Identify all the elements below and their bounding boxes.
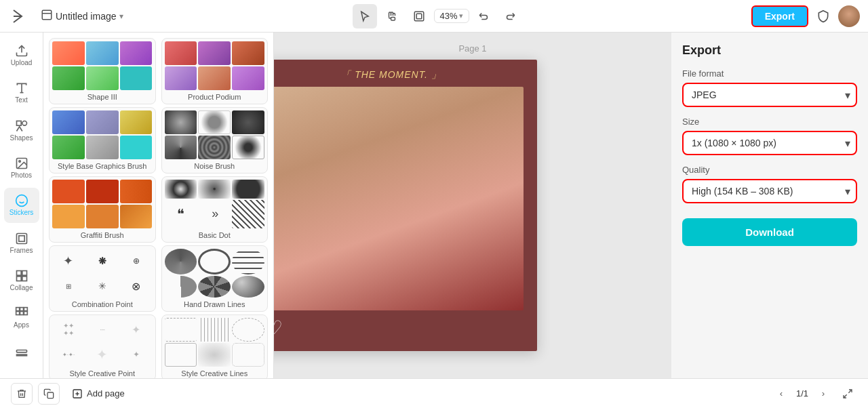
sticker-cell[interactable] (86, 205, 119, 228)
sticker-cell[interactable] (86, 41, 119, 65)
sticker-cell[interactable] (232, 180, 264, 199)
sidebar-item-apps[interactable]: Apps (4, 300, 39, 335)
sticker-cell[interactable] (165, 66, 197, 90)
app-logo[interactable] (8, 7, 27, 26)
export-quality-select[interactable]: High (154 KB – 308 KB) Medium Low (682, 179, 857, 203)
sticker-cell[interactable] (232, 200, 264, 229)
sticker-cell[interactable]: ⊗ (120, 275, 153, 298)
sticker-cell[interactable]: ⊕ (120, 249, 153, 274)
sticker-group-graffiti-brush[interactable]: Graffiti Brush (49, 176, 156, 243)
sticker-cell[interactable]: ✦ (120, 318, 153, 341)
sticker-cell[interactable] (52, 136, 85, 159)
sticker-cell[interactable] (198, 136, 231, 159)
sticker-cell[interactable] (198, 110, 231, 134)
sticker-cell[interactable] (165, 110, 197, 134)
sticker-cell[interactable] (86, 110, 119, 134)
sticker-cell[interactable] (198, 343, 231, 367)
sticker-group-basic-dot[interactable]: ● ❝ » Basic Dot (161, 176, 269, 243)
sticker-cell[interactable] (52, 205, 85, 228)
sticker-cell[interactable] (86, 180, 119, 203)
sticker-cell[interactable] (165, 136, 197, 159)
export-size-select[interactable]: 1x (1080 × 1080 px) 2x 3x (682, 131, 857, 155)
sticker-cell[interactable] (86, 66, 119, 90)
frame-tool-button[interactable] (407, 4, 431, 28)
sticker-cell[interactable] (52, 110, 85, 134)
sticker-group-style-creative-point[interactable]: ✦✦✦✦ ···· ✦ ✦·✦· ✦ ✦ Style Creative Poin… (49, 314, 156, 378)
sticker-cell[interactable]: ✦ (120, 342, 153, 367)
avatar[interactable] (838, 5, 860, 27)
hand-tool-button[interactable] (380, 4, 404, 28)
sidebar-item-collage[interactable]: Collage (4, 263, 39, 298)
sticker-cell[interactable] (165, 343, 197, 367)
sticker-group-style-base[interactable]: Style Base Graphics Brush (49, 107, 156, 174)
sticker-cell[interactable] (198, 318, 231, 342)
sticker-cell[interactable]: ✦ (52, 249, 85, 274)
sticker-cell[interactable] (198, 249, 231, 274)
sticker-group-noise-brush[interactable]: Noise Brush (161, 107, 269, 174)
add-page-button[interactable]: Add page (65, 386, 132, 402)
sticker-cell[interactable]: ···· (86, 318, 119, 341)
sticker-cell[interactable] (120, 110, 153, 134)
sticker-cell[interactable] (165, 318, 197, 342)
duplicate-button[interactable] (38, 383, 60, 405)
sticker-group-hand-drawn-lines[interactable]: Hand Drawn Lines (161, 245, 269, 312)
undo-button[interactable] (472, 4, 496, 28)
sticker-cell[interactable]: » (198, 200, 231, 229)
sticker-cell[interactable]: ❝ (165, 200, 197, 229)
export-button[interactable]: Export (751, 5, 808, 27)
sticker-cell[interactable] (198, 41, 231, 65)
sticker-group-product-podium[interactable]: Product Podium (161, 38, 269, 104)
sticker-cell[interactable] (165, 180, 197, 199)
sticker-cell[interactable] (198, 276, 231, 298)
sticker-cell[interactable] (232, 343, 264, 367)
sticker-cell[interactable] (120, 41, 153, 65)
sticker-group-shape3[interactable]: Shape III (49, 38, 156, 104)
sticker-cell[interactable]: ✳ (86, 275, 119, 298)
sticker-cell[interactable]: ⊞ (52, 275, 85, 298)
sticker-cell[interactable] (120, 205, 153, 228)
zoom-control[interactable]: 43% ▾ (434, 9, 469, 23)
file-title-area[interactable]: Untitled image ▾ (35, 6, 129, 26)
sticker-cell[interactable] (232, 318, 264, 342)
sidebar-item-text[interactable]: Text (4, 75, 39, 110)
sticker-cell[interactable]: ❋ (86, 249, 119, 274)
sidebar-item-stickers[interactable]: Stickers (4, 188, 39, 222)
sticker-cell[interactable] (52, 66, 85, 90)
sticker-cell[interactable]: ✦·✦· (52, 342, 85, 367)
sticker-cell[interactable] (120, 136, 153, 159)
sidebar-item-more[interactable] (4, 338, 39, 373)
sticker-cell[interactable] (52, 41, 85, 65)
sidebar-item-upload[interactable]: Upload (4, 38, 39, 73)
sticker-cell[interactable] (232, 276, 264, 298)
select-tool-button[interactable] (353, 4, 377, 28)
sticker-cell[interactable] (198, 66, 231, 90)
sticker-cell[interactable] (232, 249, 264, 274)
sticker-cell[interactable] (86, 136, 119, 159)
sticker-group-style-creative-lines[interactable]: Style Creative Lines (161, 314, 269, 378)
sticker-cell[interactable] (232, 110, 264, 134)
sticker-group-combination-point[interactable]: ✦ ❋ ⊕ ⊞ ✳ ⊗ Combination Point (49, 245, 156, 312)
trash-button[interactable] (11, 383, 33, 405)
prev-page-button[interactable]: ‹ (772, 384, 791, 403)
redo-button[interactable] (498, 4, 522, 28)
sticker-cell[interactable] (120, 180, 153, 203)
sidebar-item-frames[interactable]: Frames (4, 226, 39, 260)
expand-button[interactable] (838, 384, 857, 403)
shield-icon[interactable] (814, 7, 833, 26)
sticker-cell[interactable] (165, 249, 197, 274)
download-button[interactable]: Download (682, 218, 857, 246)
sidebar-item-photos[interactable]: Photos (4, 150, 39, 185)
sticker-cell[interactable] (232, 136, 264, 159)
sticker-cell[interactable]: ✦ (86, 342, 119, 367)
sticker-cell[interactable] (232, 41, 264, 65)
next-page-button[interactable]: › (814, 384, 833, 403)
sticker-cell[interactable] (165, 276, 197, 298)
sticker-cell[interactable] (120, 66, 153, 90)
sticker-cell[interactable] (165, 41, 197, 65)
sticker-cell[interactable] (232, 66, 264, 90)
sidebar-item-shapes[interactable]: Shapes (4, 113, 39, 148)
export-file-format-select[interactable]: JPEG PNG PDF SVG (682, 83, 857, 107)
sticker-cell[interactable]: ● (198, 180, 231, 199)
sticker-cell[interactable]: ✦✦✦✦ (52, 318, 85, 341)
sticker-cell[interactable] (52, 180, 85, 203)
